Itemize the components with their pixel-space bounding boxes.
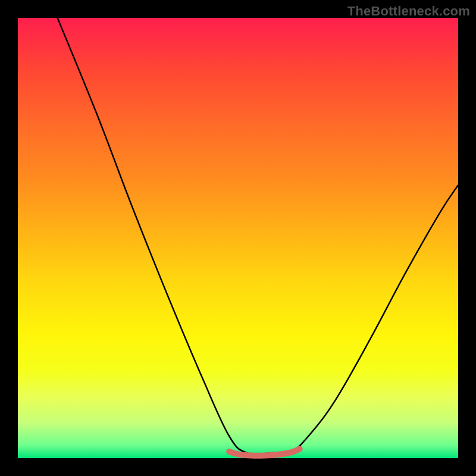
chart-frame: TheBottleneck.com — [0, 0, 476, 476]
chart-svg — [18, 18, 458, 458]
watermark-label: TheBottleneck.com — [347, 4, 470, 19]
chart-plot-area — [18, 18, 458, 458]
bottleneck-curve — [58, 18, 458, 454]
